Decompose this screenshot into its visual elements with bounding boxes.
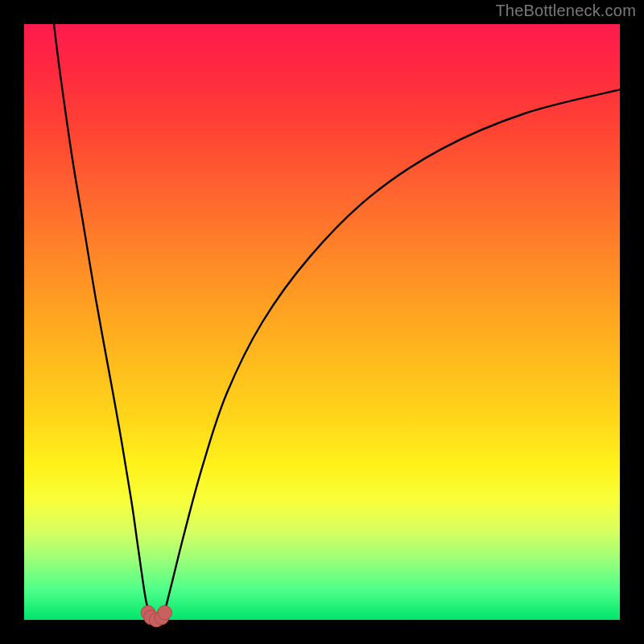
- valley-marker-4: [158, 605, 172, 620]
- curve-right-branch: [164, 89, 620, 613]
- curve-left-branch: [54, 24, 149, 614]
- chart-frame: TheBottleneck.com: [0, 0, 644, 644]
- chart-svg: [0, 0, 644, 644]
- watermark-text: TheBottleneck.com: [495, 2, 636, 20]
